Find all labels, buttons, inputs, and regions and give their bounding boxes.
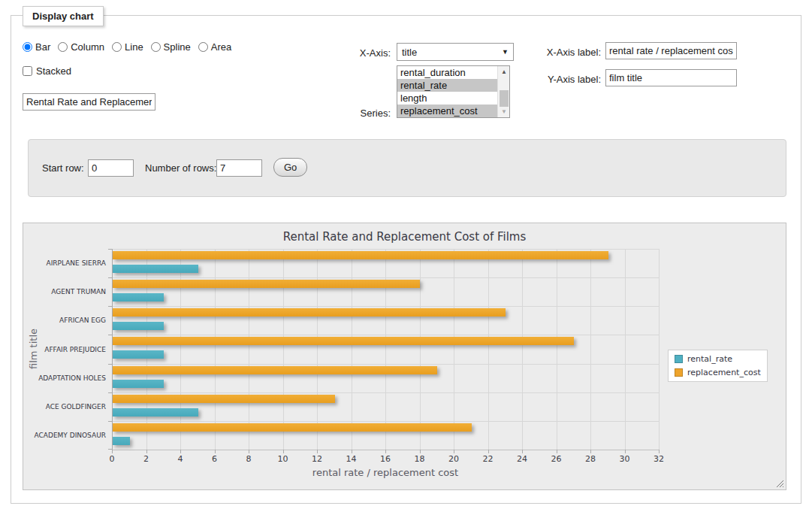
- chart-type-radio-line[interactable]: [112, 42, 122, 52]
- series-items: rental_durationrental_ratelengthreplacem…: [397, 66, 497, 117]
- scroll-down-icon[interactable]: ▼: [498, 106, 510, 117]
- series-option-replacement_cost[interactable]: replacement_cost: [397, 105, 497, 117]
- start-row-input[interactable]: [88, 159, 134, 177]
- x-axis-tick: [557, 450, 557, 453]
- y-axis-line: [112, 249, 113, 450]
- x-tick-label: 30: [614, 454, 636, 464]
- stacked-checkbox[interactable]: [23, 66, 32, 76]
- x-axis-tick: [112, 450, 113, 453]
- legend-item-replacement_cost[interactable]: replacement_cost: [675, 368, 761, 377]
- legend-item-rental_rate[interactable]: rental_rate: [675, 354, 761, 364]
- row-range-panel: Start row: Number of rows: Go: [28, 139, 786, 197]
- chart-type-radio-label: Spline: [164, 41, 191, 53]
- x-tick-label: 32: [647, 454, 670, 464]
- x-axis-select[interactable]: title ▼: [397, 43, 514, 61]
- gridline-horizontal: [112, 306, 659, 307]
- y-axis-tick: [108, 306, 112, 307]
- gridline-vertical: [454, 249, 454, 450]
- legend-swatch-icon: [675, 355, 683, 363]
- bar-replacement_cost: [113, 423, 472, 432]
- chart-type-option-bar[interactable]: Bar: [23, 41, 50, 53]
- chart-type-option-area[interactable]: Area: [198, 41, 231, 53]
- gridline-vertical: [659, 249, 660, 450]
- x-tick-label: 10: [272, 454, 294, 464]
- x-axis-tick: [420, 450, 421, 453]
- series-option-rental_rate[interactable]: rental_rate: [397, 79, 497, 92]
- category-label: ACADEMY DINOSAUR: [23, 432, 106, 439]
- x-tick-label: 24: [511, 454, 533, 464]
- category-label: AFFAIR PREJUDICE: [23, 346, 106, 353]
- y-axis-tick: [108, 392, 112, 393]
- gridline-vertical: [215, 249, 216, 450]
- gridline-vertical: [590, 249, 591, 450]
- chart-type-radio-area[interactable]: [198, 42, 208, 52]
- x-axis-label-input[interactable]: [605, 42, 737, 59]
- chart-x-axis-title: rental rate / replacement cost: [112, 467, 659, 478]
- gridline-vertical: [385, 249, 386, 450]
- gridline-vertical: [420, 249, 421, 450]
- scrollbar-thumb[interactable]: [500, 90, 509, 107]
- resize-handle-icon[interactable]: [775, 479, 783, 487]
- gridline-horizontal: [112, 335, 659, 335]
- x-axis-tick: [454, 450, 454, 453]
- y-axis-tick: [108, 364, 112, 365]
- x-tick-label: 0: [101, 454, 123, 464]
- x-tick-label: 6: [204, 454, 226, 464]
- plot-area: [112, 249, 659, 450]
- bar-rental_rate: [113, 265, 198, 273]
- gridline-vertical: [249, 249, 249, 450]
- x-axis-tick: [283, 450, 284, 453]
- category-label: AFRICAN EGG: [23, 317, 106, 324]
- x-axis-tick: [352, 450, 352, 453]
- num-rows-label: Number of rows:: [145, 162, 216, 174]
- stacked-checkbox-row[interactable]: Stacked: [23, 65, 71, 77]
- gridline-horizontal: [112, 364, 659, 365]
- x-axis-tick: [249, 450, 249, 453]
- series-list-label: Series:: [318, 108, 391, 119]
- series-multiselect[interactable]: rental_durationrental_ratelengthreplacem…: [397, 65, 510, 118]
- category-label: AGENT TRUMAN: [23, 288, 106, 295]
- bar-replacement_cost: [113, 337, 574, 345]
- x-tick-label: 22: [477, 454, 500, 464]
- chart-type-radio-bar[interactable]: [23, 42, 32, 52]
- scroll-up-icon[interactable]: ▲: [498, 66, 510, 77]
- num-rows-input[interactable]: [216, 159, 262, 177]
- bar-replacement_cost: [113, 251, 608, 259]
- x-tick-label: 18: [409, 454, 431, 464]
- series-scrollbar[interactable]: ▲ ▼: [497, 66, 509, 117]
- x-tick-label: 16: [374, 454, 397, 464]
- y-axis-label-input[interactable]: [605, 69, 737, 86]
- start-row-label: Start row:: [42, 162, 84, 174]
- gridline-horizontal: [112, 421, 659, 422]
- x-tick-label: 20: [442, 454, 465, 464]
- chart-type-radio-spline[interactable]: [151, 42, 161, 52]
- x-tick-label: 2: [135, 454, 158, 464]
- series-option-rental_duration[interactable]: rental_duration: [397, 66, 497, 79]
- x-tick-label: 28: [579, 454, 602, 464]
- chart-type-option-column[interactable]: Column: [58, 41, 104, 53]
- chart-type-radio-label: Line: [125, 41, 143, 53]
- gridline-vertical: [180, 249, 181, 450]
- legend-label: rental_rate: [687, 354, 732, 364]
- chart-type-radio-label: Bar: [35, 41, 50, 53]
- bar-rental_rate: [113, 408, 198, 417]
- chart-type-radio-column[interactable]: [58, 42, 68, 52]
- chevron-down-icon: ▼: [502, 48, 509, 56]
- bar-rental_rate: [113, 380, 164, 388]
- gridline-horizontal: [112, 249, 659, 250]
- chart-type-option-spline[interactable]: Spline: [151, 41, 191, 53]
- chart-type-radio-label: Area: [211, 41, 231, 53]
- gridline-vertical: [625, 249, 626, 450]
- bar-rental_rate: [113, 437, 130, 445]
- x-tick-label: 8: [237, 454, 260, 464]
- x-tick-label: 26: [545, 454, 568, 464]
- go-button[interactable]: Go: [273, 158, 307, 177]
- gridline-vertical: [488, 249, 489, 450]
- chart-type-option-line[interactable]: Line: [112, 41, 143, 53]
- y-axis-tick: [108, 421, 112, 422]
- chart-title-input[interactable]: [23, 93, 155, 111]
- series-option-length[interactable]: length: [397, 92, 497, 105]
- gridline-vertical: [522, 249, 523, 450]
- x-axis-tick: [385, 450, 386, 453]
- category-label: ACE GOLDFINGER: [23, 403, 106, 411]
